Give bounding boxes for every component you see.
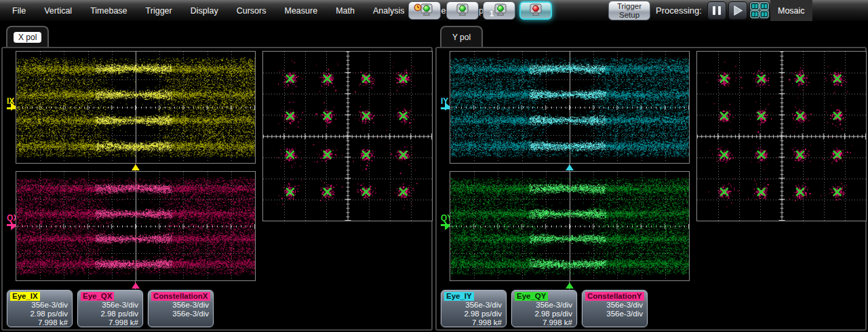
eye-diagram-ix[interactable]: [16, 51, 256, 164]
oscilloscope-screen: File Vertical Timebase Trigger Display C…: [0, 0, 868, 332]
y-pol-panel: Y pol IY QY: [435, 26, 867, 331]
descriptor-chip-eye-qx: Eye_QX: [81, 292, 114, 301]
descriptor-line: 2.98 ps/div: [100, 310, 138, 318]
descriptor-line: 356e-3/div: [606, 301, 643, 310]
eye-diagram-iy[interactable]: [450, 51, 690, 164]
trigger-normal-button[interactable]: [446, 1, 479, 20]
eye-diagram-qx[interactable]: [16, 171, 256, 281]
pause-icon: [713, 6, 715, 15]
menu-timebase[interactable]: Timebase: [90, 6, 127, 16]
descriptor-line: 356e-3/div: [100, 301, 138, 310]
descriptor-eye-iy[interactable]: Eye_IY 356e-3/div 2.98 ps/div 7.998 k#: [441, 290, 507, 327]
trigger-auto-button[interactable]: [408, 1, 441, 20]
descriptor-values: 356e-3/div 356e-3/div: [606, 301, 643, 318]
tab-x-pol-label: X pol: [14, 32, 41, 43]
descriptor-values: 356e-3/div 356e-3/div: [172, 301, 209, 318]
descriptor-line: 356e-3/div: [30, 301, 68, 310]
x-pol-body: IX QX Eye_IX: [1, 47, 433, 331]
constellation-y-canvas[interactable]: [697, 52, 866, 221]
eye-diagram-iy-canvas[interactable]: [450, 52, 689, 163]
trigger-setup-button[interactable]: Trigger Setup: [608, 1, 650, 20]
menu-measure[interactable]: Measure: [284, 6, 317, 16]
descriptor-chip-eye-ix: Eye_IX: [10, 292, 40, 301]
trigger-time-marker-iy[interactable]: [566, 164, 574, 170]
descriptor-values: 356e-3/div 2.98 ps/div 7.998 k#: [100, 301, 138, 328]
svg-text:1: 1: [490, 10, 494, 18]
menu-display[interactable]: Display: [191, 6, 218, 16]
descriptor-constellation-y[interactable]: ConstellationY 356e-3/div 356e-3/div: [582, 290, 648, 327]
mosaic-grid-icon: [750, 2, 769, 19]
eye-diagram-qy[interactable]: [450, 171, 690, 281]
descriptor-line: 2.98 ps/div: [534, 310, 572, 318]
play-icon: [732, 5, 743, 16]
descriptor-eye-ix[interactable]: Eye_IX 356e-3/div 2.98 ps/div 7.998 k#: [7, 290, 73, 327]
pause-button[interactable]: [707, 1, 726, 20]
menu-vertical[interactable]: Vertical: [44, 6, 72, 16]
descriptor-line: 7.998 k#: [534, 318, 572, 327]
menu-analysis[interactable]: Analysis: [373, 6, 405, 16]
descriptor-line: 2.98 ps/div: [464, 310, 502, 318]
mosaic-grid-button[interactable]: [749, 1, 770, 20]
trigger-single-button[interactable]: 1: [483, 1, 515, 20]
descriptor-line: 7.998 k#: [464, 318, 502, 327]
x-pol-panel: X pol IX QX: [1, 26, 433, 331]
menu-cursors[interactable]: Cursors: [237, 6, 267, 16]
trigger-setup-label: Trigger Setup: [612, 2, 647, 20]
descriptor-chip-constellation-x: ConstellationX: [151, 292, 210, 301]
trigger-time-marker-qy[interactable]: [566, 282, 574, 289]
menu-math[interactable]: Math: [336, 6, 355, 16]
descriptor-line: 356e-3/div: [172, 301, 209, 310]
descriptor-line: 7.998 k#: [100, 318, 138, 327]
descriptor-chip-eye-qy: Eye_QY: [515, 292, 548, 301]
red-signal-icon: [527, 3, 545, 18]
descriptor-constellation-x[interactable]: ConstellationX 356e-3/div 356e-3/div: [148, 290, 214, 327]
menu-bar: File Vertical Timebase Trigger Display C…: [0, 0, 868, 21]
eye-diagram-qy-canvas[interactable]: [450, 172, 689, 280]
processing-label: Processing:: [656, 5, 702, 16]
eye-diagram-ix-canvas[interactable]: [16, 52, 255, 163]
constellation-x-canvas[interactable]: [263, 52, 432, 221]
green-signal-icon: [454, 3, 471, 18]
descriptor-line: 2.98 ps/div: [30, 310, 68, 318]
mosaic-label[interactable]: Mosaic: [770, 0, 812, 21]
eye-diagram-qx-canvas[interactable]: [16, 172, 255, 280]
descriptor-line: 356e-3/div: [606, 310, 643, 318]
tab-y-pol-label: Y pol: [448, 32, 475, 43]
descriptor-chip-eye-iy: Eye_IY: [444, 292, 474, 301]
trigger-time-marker-qx[interactable]: [132, 282, 140, 289]
descriptor-line: 356e-3/div: [534, 301, 572, 310]
descriptor-values: 356e-3/div 2.98 ps/div 7.998 k#: [534, 301, 572, 328]
tab-x-pol[interactable]: X pol: [6, 26, 49, 47]
y-pol-body: IY QY Eye_IY: [435, 47, 867, 331]
descriptor-values: 356e-3/div 2.98 ps/div 7.998 k#: [464, 301, 502, 328]
constellation-y[interactable]: [696, 51, 867, 221]
trigger-stop-button[interactable]: [519, 1, 552, 20]
menu-file[interactable]: File: [12, 6, 26, 16]
descriptor-chip-constellation-y: ConstellationY: [585, 292, 644, 301]
descriptor-values: 356e-3/div 2.98 ps/div 7.998 k#: [30, 301, 68, 328]
descriptor-line: 356e-3/div: [172, 310, 209, 318]
tab-y-pol[interactable]: Y pol: [440, 26, 483, 47]
play-button[interactable]: [728, 1, 747, 20]
alarm-clock-with-green-signal-icon: [414, 3, 435, 18]
descriptor-eye-qy[interactable]: Eye_QY 356e-3/div 2.98 ps/div 7.998 k#: [511, 290, 577, 327]
descriptor-line: 356e-3/div: [464, 301, 502, 310]
single-green-signal-icon: 1: [489, 3, 509, 18]
descriptor-line: 7.998 k#: [30, 318, 68, 327]
trigger-time-marker-ix[interactable]: [132, 164, 140, 170]
menu-trigger[interactable]: Trigger: [146, 6, 172, 16]
descriptor-eye-qx[interactable]: Eye_QX 356e-3/div 2.98 ps/div 7.998 k#: [77, 290, 143, 327]
constellation-x[interactable]: [262, 51, 433, 221]
